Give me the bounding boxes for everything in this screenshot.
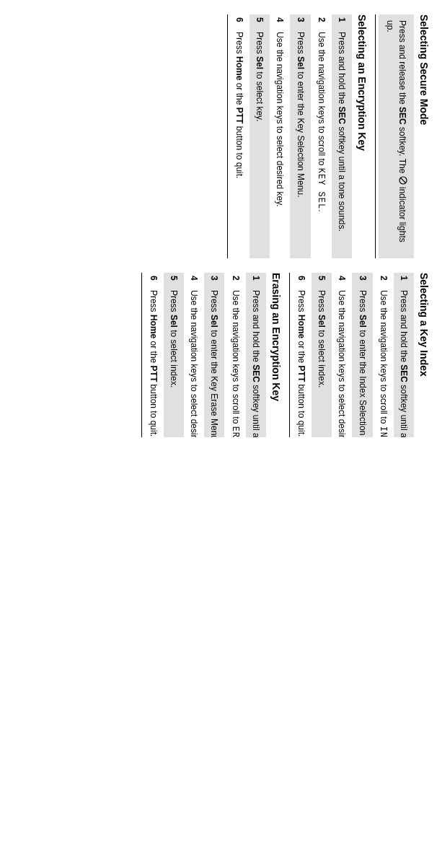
steps-encryption-key: 1Press and hold the SEC softkey until a …	[229, 14, 352, 258]
step-row: 6Press Home or the PTT button to quit.	[229, 14, 250, 258]
step-number: 3	[294, 17, 306, 32]
step-number: 3	[208, 276, 220, 290]
svg-line-1	[401, 177, 406, 183]
step-number: 6	[234, 17, 245, 32]
step-text: Press Home or the PTT button to quit.	[296, 290, 307, 437]
steps-erase-key: 1Press and hold the SEC softkey until a …	[144, 273, 266, 437]
heading-selecting-key-index: Selecting a Key Index	[418, 273, 430, 437]
step-number: 6	[148, 276, 159, 290]
step-text: Press Sel to enter the Index Selection M…	[356, 290, 368, 437]
step-text: Use the navigation keys to select desire…	[336, 290, 348, 437]
divider	[227, 14, 228, 258]
step-row: 2Use the navigation keys to scroll to ER…	[225, 273, 246, 437]
step-number: 1	[336, 17, 348, 32]
divider	[289, 273, 290, 437]
step-row: 1Press and hold the SEC softkey until a …	[394, 273, 414, 437]
step-text: Use the navigation keys to select desire…	[188, 290, 200, 437]
step-text: Press Sel to select key.	[254, 32, 265, 255]
step-number: 2	[316, 17, 327, 32]
step-number: 4	[274, 17, 286, 32]
step-row: 5Press Sel to select index.	[312, 273, 332, 437]
step-text: Use the navigation keys to scroll to IND…	[377, 290, 389, 437]
step-text: Press and hold the SEC softkey until a t…	[336, 32, 348, 255]
page: Selecting Secure Mode Press and release …	[0, 0, 437, 437]
step-number: 1	[398, 276, 410, 290]
step-row: 2Use the navigation keys to scroll to IN…	[373, 273, 394, 437]
column-key-index: Selecting a Key Index 1Press and hold th…	[7, 266, 430, 437]
step-text: Use the navigation keys to scroll to KEY…	[315, 32, 327, 255]
heading-selecting-secure-mode: Selecting Secure Mode	[418, 14, 430, 258]
step-number: 2	[230, 276, 242, 290]
text: softkey. The	[397, 125, 407, 176]
step-text: Press Sel to enter the Key Erase Menu.	[208, 290, 220, 437]
step-number: 5	[316, 276, 327, 290]
step-text: Use the navigation keys to scroll to ERA…	[229, 290, 242, 437]
step-number: 3	[356, 276, 368, 290]
step-text: Press and hold the SEC softkey until a t…	[398, 290, 410, 437]
step-number: 4	[336, 276, 348, 290]
step-number: 4	[188, 276, 200, 290]
step-row: 4Use the navigation keys to select desir…	[184, 273, 204, 437]
step-row: 4Use the navigation keys to select desir…	[270, 14, 290, 258]
step-text: Press and hold the SEC softkey until a t…	[250, 290, 262, 437]
step-text: Press Sel to enter the Key Selection Men…	[294, 32, 306, 255]
step-row: 5Press Sel to select index.	[164, 273, 184, 437]
step-text: Press Home or the PTT button to quit.	[234, 32, 245, 255]
step-row: 2Use the navigation keys to scroll to KE…	[311, 14, 332, 258]
text: Press and release the	[397, 20, 407, 107]
step-text: Use the navigation keys to select desire…	[274, 32, 286, 255]
step-row: 3Press Sel to enter the Key Erase Menu.	[204, 273, 224, 437]
step-number: 1	[250, 276, 262, 290]
step-row: 3Press Sel to enter the Index Selection …	[352, 273, 372, 437]
divider	[141, 273, 142, 437]
column-secure-mode: Selecting Secure Mode Press and release …	[7, 7, 430, 266]
step-number: 2	[378, 276, 389, 290]
secure-indicator-icon	[396, 176, 407, 185]
sec-label: SEC	[397, 107, 407, 125]
heading-selecting-encryption-key: Selecting an Encryption Key	[356, 14, 368, 258]
step-number: 5	[254, 17, 265, 32]
step-text: Press Sel to select index.	[316, 290, 327, 437]
step-row: 6Press Home or the PTT button to quit.	[291, 273, 312, 437]
step-text: Press Home or the PTT button to quit.	[148, 290, 159, 437]
heading-erasing-encryption-key: Erasing an Encryption Key	[270, 273, 282, 437]
step-row: 1Press and hold the SEC softkey until a …	[332, 14, 352, 258]
step-row: 6Press Home or the PTT button to quit.	[144, 273, 164, 437]
step-row: 5Press Sel to select key.	[250, 14, 270, 258]
divider	[375, 14, 376, 258]
step-row: 3Press Sel to enter the Key Selection Me…	[290, 14, 310, 258]
step-row: 1Press and hold the SEC softkey until a …	[246, 273, 266, 437]
step-number: 5	[168, 276, 180, 290]
steps-key-index: 1Press and hold the SEC softkey until a …	[291, 273, 414, 437]
step-text: Press Sel to select index.	[168, 290, 180, 437]
step-number: 6	[296, 276, 307, 290]
secure-mode-instruction: Press and release the SEC softkey. The i…	[379, 14, 414, 258]
step-row: 4Use the navigation keys to select desir…	[332, 273, 352, 437]
